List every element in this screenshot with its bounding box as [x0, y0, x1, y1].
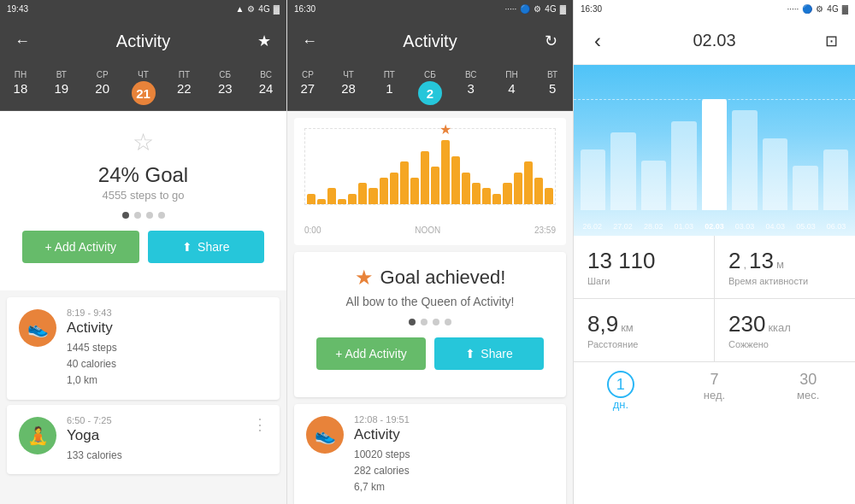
- activity-icon-3: 👟: [306, 416, 344, 454]
- cal-day-thu28[interactable]: ЧТ 28: [328, 65, 369, 110]
- steps-label: Шаги: [587, 276, 700, 286]
- cal-day-wed27[interactable]: СР 27: [287, 65, 328, 110]
- activity-time-1: 8:19 - 9:43: [67, 308, 268, 318]
- activity-stats-1: 1445 steps40 calories1,0 km: [67, 340, 268, 390]
- goal-star-icon: ☆: [14, 128, 273, 156]
- shoe-icon-2: 👟: [315, 425, 336, 445]
- cal-day-wed20[interactable]: СР 20: [82, 65, 123, 110]
- p3-chart-bar-2: [641, 161, 666, 211]
- p3-date-labels: 26.0227.0228.0201.0302.0303.0304.0305.03…: [574, 222, 855, 231]
- p3-date-label-5: 03.03: [735, 222, 755, 231]
- dot-1: [122, 212, 129, 219]
- chart-bar-5: [358, 183, 367, 204]
- p3-date-label-7: 05.03: [796, 222, 816, 231]
- share-button-2[interactable]: ⬆ Share: [434, 337, 544, 370]
- active-time-value: 2,13м: [728, 248, 841, 274]
- cal-day-tue5[interactable]: ВТ 5: [532, 65, 573, 110]
- dot-2-4: [445, 319, 451, 325]
- chart-bar-19: [503, 183, 511, 204]
- activity-name-1: Activity: [67, 319, 268, 337]
- calendar-strip-1: ПН 18 ВТ 19 СР 20 ЧТ 21 ПТ 22 СБ 23 ВС 2…: [0, 65, 286, 111]
- back-button-1[interactable]: ←: [12, 31, 32, 51]
- activity-card-1: 👟 8:19 - 9:43 Activity 1445 steps40 calo…: [7, 297, 280, 400]
- chart-container: ★: [304, 128, 556, 222]
- chart-bar-13: ★: [441, 140, 450, 204]
- cal-day-sun24[interactable]: ВС 24: [245, 65, 286, 110]
- activity-chart: ★ 0:00 NOON 23:59: [294, 118, 566, 245]
- p3-date-label-8: 06.03: [827, 222, 846, 231]
- bars-wrap: ★: [304, 128, 556, 205]
- p3-bars: [574, 82, 855, 210]
- back-button-2[interactable]: ←: [299, 31, 320, 51]
- refresh-button-2[interactable]: ↻: [540, 31, 561, 51]
- activity-icon-2: 🧘: [19, 417, 56, 454]
- stat-distance: 8,9км Расстояние: [574, 299, 714, 361]
- chart-bar-16: [472, 183, 481, 204]
- tab-month[interactable]: 30 мес.: [761, 362, 855, 419]
- p3-chart-bar-5: [732, 110, 757, 210]
- stat-calories: 230ккал Сожжено: [715, 299, 855, 361]
- card-menu-button[interactable]: ⋮: [252, 415, 268, 434]
- time-left: 19:43: [7, 4, 28, 14]
- tab-week[interactable]: 7 нед.: [668, 362, 762, 419]
- goal-section: ☆ 24% Goal 4555 steps to go + Add Activi…: [0, 111, 286, 290]
- status-bar-2: 16:30 ····· 🔵 ⚙ 4G ▓: [287, 0, 573, 17]
- chart-bar-7: [380, 178, 388, 204]
- panel-activity-middle: 16:30 ····· 🔵 ⚙ 4G ▓ ← Activity ↻ СР 27 …: [286, 0, 573, 504]
- action-buttons: + Add Activity ⬆ Share: [14, 231, 273, 277]
- active-time-label: Время активности: [728, 276, 841, 286]
- status-bar-3: 16:30 ····· 🔵 ⚙ 4G ▓: [574, 0, 855, 17]
- cal-day-mon4[interactable]: ПН 4: [492, 65, 533, 110]
- dot-4: [158, 212, 165, 219]
- goal-percent: 24% Goal: [14, 163, 273, 187]
- p3-date-label-6: 04.03: [766, 222, 786, 231]
- header-2: ← Activity ↻: [287, 17, 573, 65]
- stats-grid: 13 110 Шаги 2,13м Время активности 8,9км…: [574, 236, 855, 361]
- cal-day-sun3[interactable]: ВС 3: [451, 65, 492, 110]
- cal-day-fri22[interactable]: ПТ 22: [163, 65, 204, 110]
- distance-value: 8,9км: [587, 311, 700, 337]
- star-icon-achieved: ★: [355, 266, 374, 290]
- star-button-1[interactable]: ★: [254, 31, 274, 51]
- p3-chart-bar-6: [763, 138, 787, 211]
- calendar-strip-2: СР 27 ЧТ 28 ПТ 1 СБ 2 ВС 3 ПН 4 ВТ 5: [287, 65, 573, 111]
- cal-day-sat2[interactable]: СБ 2: [410, 65, 451, 110]
- tab-month-num: 30: [799, 371, 817, 389]
- cal-day-thu21[interactable]: ЧТ 21: [123, 65, 164, 110]
- chart-bar-4: [348, 194, 357, 205]
- add-activity-button-1[interactable]: + Add Activity: [22, 231, 139, 263]
- action-buttons-2: + Add Activity ⬆ Share: [308, 337, 552, 384]
- activity-stats-2: 133 calories: [67, 448, 242, 464]
- chart-bar-22: [534, 178, 543, 204]
- cal-day-fri1[interactable]: ПТ 1: [369, 65, 410, 110]
- panel-activity-left: 19:43 ▲ ⚙ 4G ▓ ← Activity ★ ПН 18 ВТ 19 …: [0, 0, 286, 504]
- dot-2-1: [409, 319, 416, 325]
- dot-3: [146, 212, 153, 219]
- p3-date-label-2: 28.02: [644, 222, 663, 231]
- back-button-3[interactable]: ‹: [587, 31, 608, 51]
- cal-day-tue19[interactable]: ВТ 19: [41, 65, 82, 110]
- cal-day-sat23[interactable]: СБ 23: [204, 65, 245, 110]
- activity-name-2: Yoga: [67, 427, 242, 444]
- share-button-1[interactable]: ⬆ Share: [148, 231, 265, 263]
- share-icon-2: ⬆: [465, 347, 475, 360]
- p3-date-title: 02.03: [693, 31, 735, 50]
- chart-bar-1: [317, 199, 326, 204]
- share-button-3[interactable]: ⊡: [821, 31, 841, 51]
- add-activity-button-2[interactable]: + Add Activity: [316, 337, 426, 370]
- chart-bar-6: [369, 188, 377, 204]
- cal-day-mon18[interactable]: ПН 18: [0, 65, 41, 110]
- tab-day[interactable]: 1 дн.: [574, 362, 668, 419]
- p3-chart-bar-3: [671, 121, 696, 210]
- calories-label: Сожжено: [728, 339, 841, 349]
- chart-noon-label: NOON: [415, 226, 440, 235]
- p3-navigation: ‹ 02.03 ⊡: [574, 17, 855, 65]
- time-right: 16:30: [581, 4, 602, 14]
- activity-info-3: 12:08 - 19:51 Activity 10020 steps282 ca…: [354, 414, 554, 496]
- calories-value: 230ккал: [728, 311, 841, 337]
- p3-chart-bar-0: [581, 149, 605, 211]
- activity-time-3: 12:08 - 19:51: [354, 414, 554, 425]
- chart-bar-20: [514, 173, 522, 205]
- activity-icon-1: 👟: [19, 309, 56, 347]
- activity-time-2: 6:50 - 7:25: [67, 415, 242, 425]
